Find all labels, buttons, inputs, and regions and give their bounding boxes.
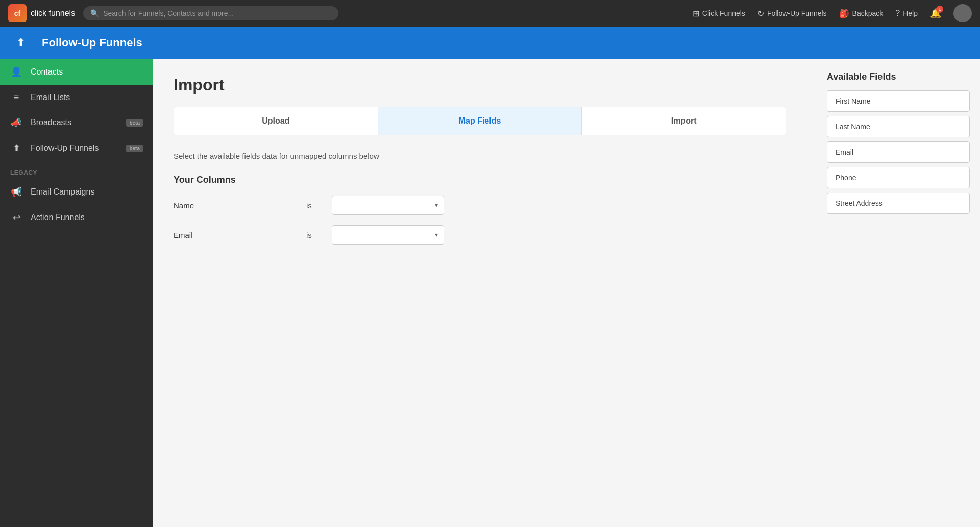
search-icon: 🔍 bbox=[90, 9, 99, 17]
contacts-icon: 👤 bbox=[10, 66, 22, 78]
available-fields-title: Available Fields bbox=[827, 71, 970, 82]
notification-button[interactable]: 🔔 1 bbox=[930, 8, 941, 19]
sidebar: 👤 Contacts ≡ Email Lists 📣 Broadcasts be… bbox=[0, 59, 153, 527]
click-funnels-icon: ⊞ bbox=[693, 9, 699, 18]
search-input[interactable] bbox=[103, 9, 331, 17]
list-item: Last Name bbox=[827, 116, 970, 137]
step-upload[interactable]: Upload bbox=[174, 107, 378, 135]
name-field-select-wrapper: First Name Last Name Email Phone ▾ bbox=[332, 196, 444, 215]
top-navigation: cf click funnels 🔍 ⊞ Click Funnels ↻ Fol… bbox=[0, 0, 980, 27]
nav-link-label: Backpack bbox=[852, 9, 884, 17]
step-map-fields[interactable]: Map Fields bbox=[378, 107, 582, 135]
nav-link-label: Click Funnels bbox=[702, 9, 745, 17]
avatar[interactable] bbox=[953, 4, 972, 22]
follow-up-funnels-beta-badge: beta bbox=[126, 145, 143, 152]
table-row: Name is First Name Last Name Email Phone… bbox=[174, 196, 786, 215]
sidebar-item-follow-up-funnels[interactable]: ⬆ Follow-Up Funnels beta bbox=[0, 135, 153, 161]
follow-up-funnels-nav-icon: ⬆ bbox=[10, 142, 22, 154]
name-field-select[interactable]: First Name Last Name Email Phone bbox=[332, 196, 444, 215]
sidebar-item-action-funnels[interactable]: ↩ Action Funnels bbox=[0, 205, 153, 230]
steps-bar: Upload Map Fields Import bbox=[174, 107, 786, 135]
table-row: Email is First Name Last Name Email Phon… bbox=[174, 225, 786, 245]
logo-icon: cf bbox=[8, 4, 27, 22]
nav-link-label: Follow-Up Funnels bbox=[767, 9, 827, 17]
description-text: Select the available fields data for unm… bbox=[174, 152, 786, 160]
sidebar-item-broadcasts[interactable]: 📣 Broadcasts beta bbox=[0, 110, 153, 135]
list-item: Email bbox=[827, 141, 970, 163]
help-icon: ? bbox=[895, 9, 900, 18]
step-upload-label: Upload bbox=[262, 116, 289, 126]
page-title: Import bbox=[174, 76, 786, 94]
is-label-name: is bbox=[306, 201, 322, 210]
sidebar-item-contacts[interactable]: 👤 Contacts bbox=[0, 59, 153, 85]
back-button[interactable]: ⬆ bbox=[8, 36, 34, 50]
available-fields-panel: Available Fields First Name Last Name Em… bbox=[817, 59, 980, 230]
backpack-icon: 🎒 bbox=[839, 9, 849, 18]
nav-link-help[interactable]: ? Help bbox=[895, 9, 918, 18]
is-label-email: is bbox=[306, 231, 322, 239]
nav-link-click-funnels[interactable]: ⊞ Click Funnels bbox=[693, 9, 745, 18]
sidebar-item-label: Email Lists bbox=[31, 93, 143, 102]
layout: 👤 Contacts ≡ Email Lists 📣 Broadcasts be… bbox=[0, 59, 980, 527]
nav-links: ⊞ Click Funnels ↻ Follow-Up Funnels 🎒 Ba… bbox=[693, 4, 972, 22]
broadcasts-icon: 📣 bbox=[10, 117, 22, 128]
legacy-section-label: Legacy bbox=[0, 161, 153, 179]
action-funnels-icon: ↩ bbox=[10, 212, 22, 223]
email-campaigns-icon: 📢 bbox=[10, 186, 22, 198]
your-columns-title: Your Columns bbox=[174, 175, 786, 185]
sidebar-item-label: Action Funnels bbox=[31, 213, 143, 222]
email-field-select-wrapper: First Name Last Name Email Phone ▾ bbox=[332, 225, 444, 245]
sub-header: ⬆ Follow-Up Funnels bbox=[0, 27, 980, 59]
follow-up-funnels-icon: ↻ bbox=[757, 9, 764, 18]
step-map-fields-label: Map Fields bbox=[459, 116, 501, 126]
nav-link-follow-up-funnels[interactable]: ↻ Follow-Up Funnels bbox=[757, 9, 827, 18]
main-content: Import Upload Map Fields Import Select t… bbox=[153, 59, 806, 527]
list-item: Phone bbox=[827, 167, 970, 188]
nav-link-backpack[interactable]: 🎒 Backpack bbox=[839, 9, 884, 18]
email-field-select[interactable]: First Name Last Name Email Phone bbox=[332, 225, 444, 245]
column-name-name: Name bbox=[174, 201, 296, 210]
sidebar-item-email-campaigns[interactable]: 📢 Email Campaigns bbox=[0, 179, 153, 205]
list-item: First Name bbox=[827, 90, 970, 112]
logo-text: click funnels bbox=[31, 9, 75, 18]
list-item: Street Address bbox=[827, 193, 970, 214]
notification-badge: 1 bbox=[936, 6, 943, 13]
step-import[interactable]: Import bbox=[582, 107, 786, 135]
logo[interactable]: cf click funnels bbox=[8, 4, 75, 22]
email-lists-icon: ≡ bbox=[10, 92, 22, 103]
sidebar-item-email-lists[interactable]: ≡ Email Lists bbox=[0, 85, 153, 110]
sidebar-item-label: Follow-Up Funnels bbox=[31, 143, 118, 153]
column-name-email: Email bbox=[174, 231, 296, 239]
sidebar-item-label: Broadcasts bbox=[31, 118, 118, 127]
sub-header-title: Follow-Up Funnels bbox=[42, 36, 142, 50]
step-import-label: Import bbox=[671, 116, 697, 126]
nav-link-label: Help bbox=[903, 9, 918, 17]
search-bar[interactable]: 🔍 bbox=[83, 6, 338, 20]
broadcasts-beta-badge: beta bbox=[126, 119, 143, 127]
sidebar-item-label: Email Campaigns bbox=[31, 187, 143, 197]
sidebar-item-label: Contacts bbox=[31, 67, 143, 77]
